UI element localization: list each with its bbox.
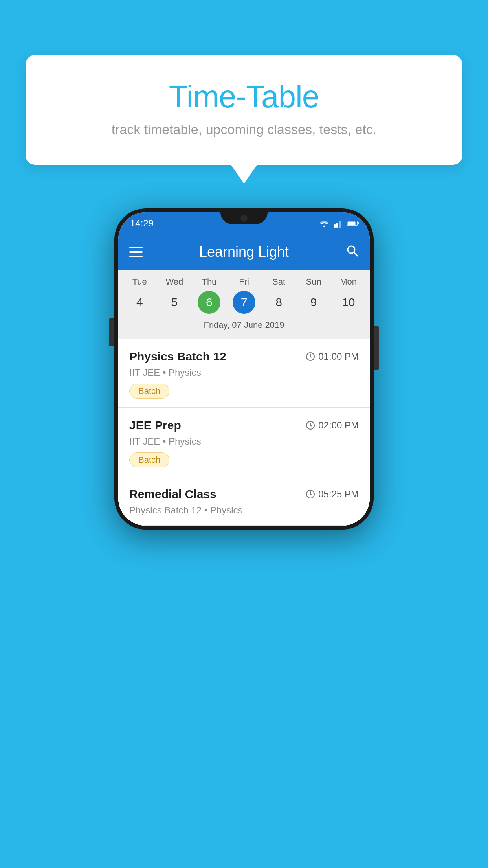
app-bar: Learning Light: [118, 234, 370, 270]
schedule-sub-1: IIT JEE • Physics: [129, 367, 359, 378]
svg-line-7: [354, 252, 358, 256]
camera: [240, 215, 248, 222]
clock-icon-2: [306, 421, 315, 430]
svg-rect-2: [339, 221, 341, 228]
schedule-time-1: 01:00 PM: [306, 351, 359, 362]
phone-notch: [220, 212, 268, 224]
schedule-sub-2: IIT JEE • Physics: [129, 436, 359, 447]
schedule-title-2: JEE Prep: [129, 419, 181, 432]
svg-rect-0: [334, 224, 336, 228]
phone-outer: 14:29: [114, 208, 374, 530]
svg-rect-5: [358, 222, 359, 224]
signal-icon: [334, 219, 343, 228]
day-mon[interactable]: Mon 10: [333, 277, 364, 314]
phone-screen: 14:29: [118, 212, 370, 526]
day-sun[interactable]: Sun 9: [298, 277, 329, 314]
tooltip-title: Time-Table: [45, 79, 443, 115]
search-button[interactable]: [345, 244, 359, 261]
wifi-icon: [319, 219, 330, 228]
tooltip-subtitle: track timetable, upcoming classes, tests…: [45, 122, 443, 137]
day-fri[interactable]: Fri 7: [228, 277, 260, 314]
schedule-item-physics-batch-12[interactable]: Physics Batch 12 01:00 PM IIT JEE • Phys…: [118, 339, 370, 408]
clock-icon: [306, 352, 315, 361]
schedule-item-remedial[interactable]: Remedial Class 05:25 PM Physics Batch 12…: [118, 476, 370, 526]
calendar-strip: Tue 4 Wed 5 Thu 6 Fri 7: [118, 270, 370, 339]
selected-date-label: Friday, 07 June 2019: [118, 317, 370, 337]
day-sat[interactable]: Sat 8: [263, 277, 295, 314]
schedule-title-3: Remedial Class: [129, 487, 216, 501]
hamburger-button[interactable]: [129, 247, 143, 257]
schedule-item-jee-prep[interactable]: JEE Prep 02:00 PM IIT JEE • Physics Batc…: [118, 408, 370, 476]
day-wed[interactable]: Wed 5: [159, 277, 190, 314]
battery-icon: [347, 220, 359, 226]
tooltip-card: Time-Table track timetable, upcoming cla…: [26, 55, 462, 165]
schedule-title-1: Physics Batch 12: [129, 350, 226, 363]
phone-mockup: 14:29: [114, 208, 374, 530]
day-row: Tue 4 Wed 5 Thu 6 Fri 7: [118, 277, 370, 317]
app-title: Learning Light: [150, 244, 338, 260]
day-tue[interactable]: Tue 4: [124, 277, 155, 314]
day-thu[interactable]: Thu 6: [193, 277, 225, 314]
schedule-time-3: 05:25 PM: [306, 489, 359, 500]
svg-rect-1: [336, 223, 338, 228]
schedule-time-2: 02:00 PM: [306, 420, 359, 431]
svg-rect-4: [348, 222, 356, 225]
batch-badge-1: Batch: [129, 384, 169, 399]
schedule-sub-3: Physics Batch 12 • Physics: [129, 505, 359, 516]
batch-badge-2: Batch: [129, 452, 169, 467]
status-icons: [319, 219, 359, 228]
clock-icon-3: [306, 489, 315, 499]
schedule-list: Physics Batch 12 01:00 PM IIT JEE • Phys…: [118, 339, 370, 526]
status-time: 14:29: [130, 218, 154, 229]
